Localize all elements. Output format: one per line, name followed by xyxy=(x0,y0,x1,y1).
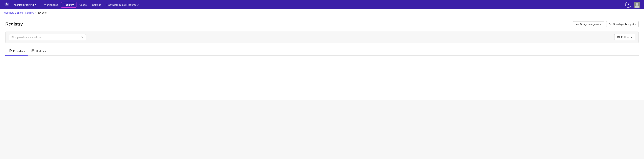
nav-link-registry[interactable]: Registry xyxy=(61,2,76,8)
providers-tab-label: Providers xyxy=(13,50,25,53)
hcp-label: HashiCorp Cloud Platform xyxy=(106,3,136,6)
publish-button[interactable]: Publish xyxy=(614,34,635,40)
code-icon: <> xyxy=(576,23,579,26)
nav-link-usage[interactable]: Usage xyxy=(77,2,89,7)
providers-tab-icon xyxy=(9,49,12,53)
main-content: Registry <> Design configuration Search … xyxy=(0,16,644,100)
design-configuration-button[interactable]: <> Design configuration xyxy=(573,21,604,27)
page-header: Registry <> Design configuration Search … xyxy=(5,21,639,27)
breadcrumb: hashicorp-training / Registry / Provider… xyxy=(0,10,644,16)
search-public-registry-button[interactable]: Search public registry xyxy=(606,21,639,27)
nav-right-actions: ? xyxy=(625,2,640,8)
nav-link-workspaces[interactable]: Workspaces xyxy=(42,2,60,7)
help-icon: ? xyxy=(628,3,629,6)
page-title: Registry xyxy=(5,22,23,27)
publish-upload-icon xyxy=(617,36,620,39)
filter-input-wrapper xyxy=(9,34,86,40)
modules-tab-icon xyxy=(31,49,34,53)
search-registry-icon xyxy=(609,23,612,26)
svg-rect-18 xyxy=(32,51,33,52)
svg-rect-17 xyxy=(33,50,34,51)
search-registry-label: Search public registry xyxy=(613,23,636,26)
svg-point-5 xyxy=(636,3,638,5)
breadcrumb-providers: Providers xyxy=(36,12,46,14)
org-name: hashicorp-training xyxy=(14,3,34,6)
breadcrumb-sep-2: / xyxy=(35,12,36,14)
filter-input[interactable] xyxy=(9,34,86,40)
external-link-icon: ↗ xyxy=(137,4,139,6)
nav-link-hcp[interactable]: HashiCorp Cloud Platform ↗ xyxy=(104,2,141,7)
breadcrumb-org[interactable]: hashicorp-training xyxy=(4,12,23,14)
breadcrumb-sep-1: / xyxy=(24,12,24,14)
tab-modules[interactable]: Modules xyxy=(28,47,49,56)
filter-bar: Publish xyxy=(5,31,639,43)
nav-logo[interactable] xyxy=(4,2,11,8)
help-button[interactable]: ? xyxy=(625,2,631,8)
tabs-row: Providers Modules xyxy=(5,47,639,56)
tab-providers[interactable]: Providers xyxy=(5,47,28,56)
publish-label: Publish xyxy=(621,36,629,39)
org-chevron-icon: ▾ xyxy=(35,3,36,6)
design-config-label: Design configuration xyxy=(580,23,602,26)
header-actions: <> Design configuration Search public re… xyxy=(573,21,639,27)
modules-tab-label: Modules xyxy=(36,50,46,53)
user-avatar[interactable] xyxy=(634,2,640,8)
nav-links: Workspaces Registry Usage Settings Hashi… xyxy=(42,2,624,8)
publish-chevron-icon xyxy=(630,36,632,39)
nav-link-settings[interactable]: Settings xyxy=(90,2,104,7)
svg-rect-16 xyxy=(32,50,33,51)
top-navigation: hashicorp-training ▾ Workspaces Registry… xyxy=(0,0,644,10)
org-selector[interactable]: hashicorp-training ▾ xyxy=(12,2,38,7)
svg-rect-19 xyxy=(33,51,34,52)
svg-line-8 xyxy=(611,24,612,25)
breadcrumb-registry[interactable]: Registry xyxy=(25,12,34,14)
